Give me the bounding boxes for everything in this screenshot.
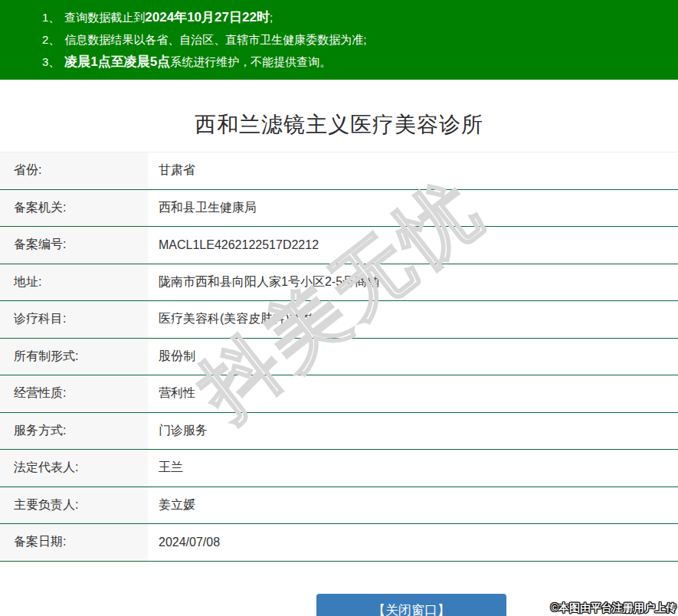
- notice-number: 1、: [42, 11, 60, 24]
- notice-item: 1、查询数据截止到2024年10月27日22时;: [42, 6, 670, 28]
- row-label: 省份:: [0, 152, 148, 189]
- row-label: 备案机关:: [0, 190, 148, 227]
- table-row: 经营性质:营利性: [0, 375, 678, 413]
- row-value: 西和县卫生健康局: [148, 190, 678, 227]
- row-label: 所有制形式:: [0, 339, 148, 375]
- table-row: 所有制形式:股份制: [0, 339, 678, 376]
- notice-bar: 1、查询数据截止到2024年10月27日22时;2、信息数据结果以各省、自治区、…: [0, 0, 678, 80]
- notice-text-bold: 凌晨1点至凌晨5点: [64, 54, 170, 69]
- table-row: 主要负责人:姜立媛: [0, 487, 678, 525]
- row-value: MACL1LE4262122517D2212: [148, 227, 678, 264]
- row-label: 地址:: [0, 264, 148, 301]
- row-value: 姜立媛: [148, 487, 678, 524]
- row-label: 经营性质:: [0, 375, 148, 412]
- notice-text: ;: [270, 11, 273, 24]
- table-row: 备案编号:MACL1LE4262122517D2212: [0, 227, 678, 264]
- close-window-button[interactable]: 【关闭窗口】: [316, 594, 506, 616]
- row-value: 股份制: [148, 339, 678, 375]
- notice-text-bold: 2024年10月27日22时: [145, 10, 270, 25]
- notice-number: 2、: [42, 33, 60, 46]
- row-value: 陇南市西和县向阳人家1号小区2-5号商铺: [148, 264, 678, 301]
- notice-item: 2、信息数据结果以各省、自治区、直辖市卫生健康委数据为准;: [42, 28, 670, 51]
- notice-text: 查询数据截止到: [64, 11, 145, 24]
- row-label: 法定代表人:: [0, 450, 148, 487]
- table-row: 诊疗科目:医疗美容科(美容皮肤科)******: [0, 301, 678, 339]
- notice-text: 系统进行维护，不能提供查询。: [170, 55, 331, 68]
- notice-list: 1、查询数据截止到2024年10月27日22时;2、信息数据结果以各省、自治区、…: [42, 6, 670, 73]
- row-value: 营利性: [148, 375, 678, 412]
- row-label: 备案编号:: [0, 227, 148, 264]
- table-row: 服务方式:门诊服务: [0, 413, 678, 451]
- notice-number: 3、: [42, 55, 60, 68]
- row-value: 2024/07/08: [148, 524, 678, 561]
- row-label: 诊疗科目:: [0, 301, 148, 338]
- notice-item: 3、凌晨1点至凌晨5点系统进行维护，不能提供查询。: [42, 51, 670, 73]
- row-value: 医疗美容科(美容皮肤科)******: [148, 301, 678, 338]
- row-label: 备案日期:: [0, 524, 148, 561]
- row-label: 主要负责人:: [0, 487, 148, 524]
- notice-text: 信息数据结果以各省、自治区、直辖市卫生健康委数据为准;: [64, 33, 366, 46]
- table-row: 法定代表人:王兰: [0, 450, 678, 487]
- table-row: 备案日期:2024/07/08: [0, 524, 678, 562]
- table-row: 省份:甘肃省: [0, 152, 678, 190]
- row-label: 服务方式:: [0, 413, 148, 450]
- table-row: 备案机关:西和县卫生健康局: [0, 190, 678, 228]
- row-value: 甘肃省: [148, 152, 678, 189]
- upload-attribution-watermark: ©本图由平台注册用户上传: [551, 601, 676, 615]
- row-value: 门诊服务: [148, 413, 678, 450]
- row-value: 王兰: [148, 450, 678, 487]
- page-title: 西和兰滤镜主义医疗美容诊所: [0, 110, 678, 136]
- table-row: 地址:陇南市西和县向阳人家1号小区2-5号商铺: [0, 264, 678, 302]
- records-table: 省份:甘肃省备案机关:西和县卫生健康局备案编号:MACL1LE426212251…: [0, 152, 678, 562]
